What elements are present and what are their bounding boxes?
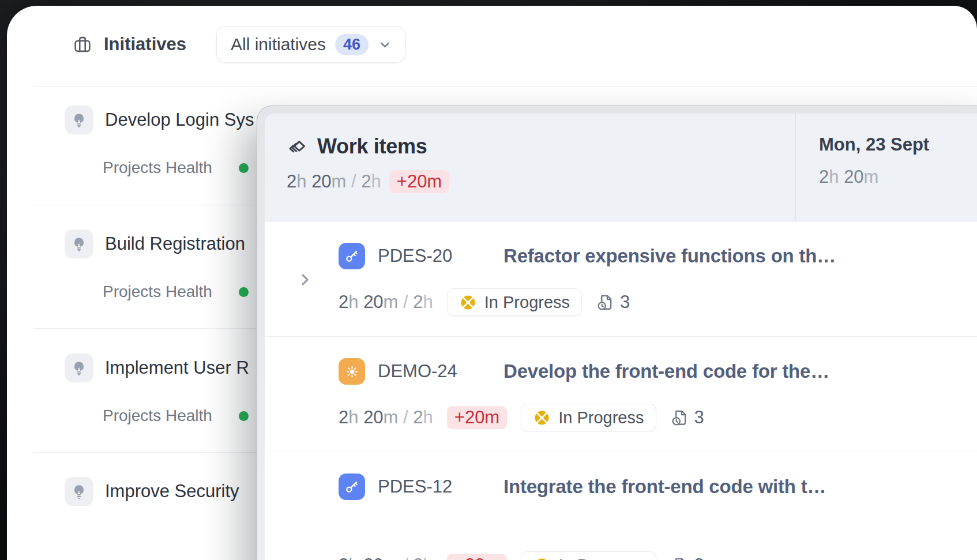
work-item-id: PDES-12 (378, 476, 491, 497)
initiative-title: Implement User R (105, 358, 249, 378)
overage-badge: +20m (389, 170, 449, 193)
chevron-right-icon[interactable] (296, 271, 313, 288)
health-status-dot (239, 411, 249, 421)
initiative-health: Projects Health (103, 283, 249, 300)
status-label: In Progress (484, 293, 570, 312)
work-item-row[interactable]: DEMO-24 Develop the front-end code for t… (265, 337, 977, 452)
initiative-title: Improve Security (105, 481, 239, 502)
initiative-row[interactable]: Build Registration (65, 229, 245, 259)
app-header: Initiatives All initiatives 46 (72, 25, 405, 63)
initiative-row[interactable]: Improve Security (65, 476, 239, 506)
time-log-count: 3 (620, 292, 630, 313)
time-spent-vs-planned: 2h 20m / 2h (287, 171, 381, 192)
initiatives-filter-dropdown[interactable]: All initiatives 46 (216, 26, 405, 63)
work-item-title: Develop the front-end code for the… (503, 360, 829, 382)
divider (33, 452, 265, 453)
status-badge[interactable]: In Progress (521, 551, 656, 560)
sun-icon (339, 358, 365, 385)
divider (33, 328, 265, 329)
work-items-panel: Work items 2h 20m / 2h +20m Mon, 23 Sept… (257, 106, 977, 560)
lightbulb-icon (65, 230, 93, 258)
panel-title: Work items (317, 134, 427, 159)
time-log-icon (670, 556, 689, 560)
overage-badge: +20m (447, 406, 507, 429)
time-log-counter[interactable]: 3 (670, 555, 704, 560)
status-wheel-icon (459, 294, 477, 311)
day-label: Mon, 23 Sept (819, 134, 929, 155)
status-badge[interactable]: In Progress (447, 288, 582, 316)
status-label: In Progress (558, 556, 644, 560)
health-label: Projects Health (103, 407, 212, 425)
day-total-time: 2h 20m (819, 167, 929, 187)
time-log-count: 3 (694, 407, 704, 428)
work-item-time: 2h 20m / 2h (339, 292, 433, 313)
lightbulb-icon (65, 106, 93, 134)
health-status-dot (239, 287, 249, 297)
lightbulb-icon (65, 354, 93, 382)
work-items-header: Work items 2h 20m / 2h +20m Mon, 23 Sept… (265, 114, 977, 221)
initiative-health: Projects Health (103, 407, 249, 424)
time-log-count: 3 (694, 555, 704, 560)
work-items-summary: Work items 2h 20m / 2h +20m (265, 114, 796, 221)
total-time-row: 2h 20m / 2h +20m (287, 170, 795, 193)
chevron-down-icon (378, 37, 392, 52)
screenshot-canvas: Initiatives All initiatives 46 (0, 0, 977, 560)
time-log-counter[interactable]: 3 (670, 407, 704, 428)
work-items-panel-content: Work items 2h 20m / 2h +20m Mon, 23 Sept… (265, 114, 977, 560)
briefcase-icon (72, 33, 93, 55)
divider (33, 205, 265, 205)
work-item-title: Integrate the front-end code with t… (503, 476, 826, 498)
work-item-time: 2h 20m / 2h (339, 407, 433, 428)
health-label: Projects Health (103, 159, 212, 177)
initiative-row[interactable]: Implement User R (65, 353, 249, 383)
key-icon (339, 243, 365, 269)
health-label: Projects Health (103, 283, 212, 301)
work-item-title: Refactor expensive functions on th… (503, 245, 836, 267)
status-wheel-icon (533, 409, 551, 427)
initiative-title: Build Registration (105, 234, 245, 254)
initiatives-header: Initiatives (72, 33, 186, 55)
initiative-row[interactable]: Develop Login Sys (65, 105, 254, 135)
work-item-row[interactable]: PDES-12 Integrate the front-end code wit… (265, 452, 977, 560)
status-label: In Progress (558, 408, 644, 427)
day-column-header: Mon, 23 Sept 2h 20m (796, 114, 929, 221)
work-item-row[interactable]: PDES-20 Refactor expensive functions on … (265, 221, 977, 337)
status-badge[interactable]: In Progress (521, 404, 656, 431)
time-log-icon (670, 408, 689, 427)
initiative-title: Develop Login Sys (105, 110, 254, 130)
header-divider (33, 86, 977, 87)
lightbulb-icon (65, 477, 93, 506)
work-item-id: PDES-20 (378, 246, 491, 266)
status-wheel-icon (533, 557, 551, 560)
stack-icon (287, 136, 308, 157)
filter-label: All initiatives (231, 35, 326, 54)
page-title: Initiatives (104, 34, 186, 55)
work-item-id: DEMO-24 (378, 361, 491, 382)
time-log-icon (596, 293, 615, 312)
initiative-health: Projects Health (103, 159, 249, 176)
time-log-counter[interactable]: 3 (596, 292, 630, 313)
work-items-list: PDES-20 Refactor expensive functions on … (265, 221, 977, 560)
overage-badge: +20m (447, 554, 507, 560)
key-icon (339, 473, 365, 500)
filter-count-badge: 46 (335, 34, 369, 55)
health-status-dot (239, 163, 249, 173)
work-item-time: 2h 20m / 2h (339, 555, 433, 560)
